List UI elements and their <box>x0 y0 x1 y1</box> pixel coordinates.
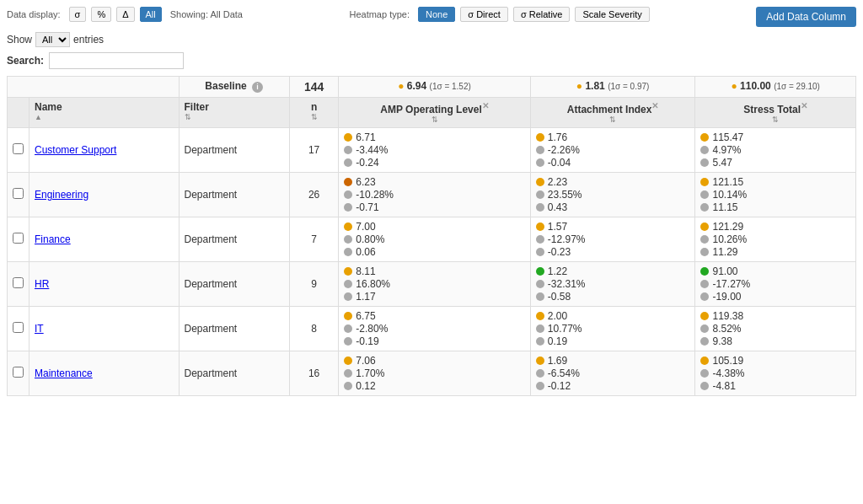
row-name-link[interactable]: IT <box>35 323 44 335</box>
metric-values: 121.15 10.14% 11.15 <box>700 176 850 213</box>
heatmap-section: Heatmap type: None σ Direct σ Relative S… <box>349 7 649 22</box>
show-label: Show <box>7 34 32 46</box>
heatmap-btn-none[interactable]: None <box>418 7 455 22</box>
n-sort-icon[interactable]: ⇅ <box>295 113 333 121</box>
metric-main-dot <box>344 312 352 320</box>
entries-select[interactable]: All 10 25 50 <box>35 32 70 47</box>
row-name-link[interactable]: Engineering <box>35 189 88 201</box>
display-btn-sigma[interactable]: σ <box>69 7 87 22</box>
row-name-link[interactable]: HR <box>35 278 49 290</box>
metric-pct-val: -32.31% <box>548 278 586 290</box>
filter-header-label: Filter <box>185 101 284 113</box>
stress-sort-icon[interactable]: ⇅ <box>700 115 850 124</box>
metric-main-row: 2.00 <box>536 310 690 322</box>
metric-cell: 1.69 -6.54% -0.12 <box>530 351 695 396</box>
metric-pct-dot <box>344 324 352 333</box>
metric-pct-dot <box>344 146 352 154</box>
attachment-col-header: Attachment Index✕ ⇅ <box>530 98 695 128</box>
metric-cell: 121.15 10.14% 11.15 <box>695 173 856 217</box>
metric-delta-dot <box>344 158 352 167</box>
data-table: Baseline i 144 ● 6.94 (1σ = 1.52) ● 1.81… <box>7 76 856 396</box>
row-filter-val: Department <box>185 233 238 245</box>
metric-pct-dot <box>344 280 352 288</box>
checkbox-col-header <box>8 98 29 128</box>
metric-delta-val: -0.58 <box>548 291 571 303</box>
stress-remove-icon[interactable]: ✕ <box>801 101 807 110</box>
metric-delta-dot <box>536 382 544 390</box>
row-name-link[interactable]: Customer Support <box>35 144 116 156</box>
amp-sort-icon[interactable]: ⇅ <box>344 115 524 124</box>
info-icon[interactable]: i <box>252 82 263 93</box>
metric-delta-val: 0.12 <box>356 380 375 392</box>
metric-cell: 115.47 4.97% 5.47 <box>695 128 856 173</box>
metric-pct-dot <box>700 369 709 378</box>
row-filter-val: Department <box>185 144 238 156</box>
metric-pct-row: 0.80% <box>344 233 524 245</box>
showing-label: Showing: All Data <box>170 9 243 19</box>
amp-remove-icon[interactable]: ✕ <box>482 101 489 110</box>
col2-summary: ● 1.81 (1σ = 0.97) <box>530 77 695 98</box>
metric-cell: 1.22 -32.31% -0.58 <box>530 262 695 307</box>
metric-delta-row: -0.04 <box>536 157 690 169</box>
row-n-val: 17 <box>308 144 319 156</box>
row-checkbox[interactable] <box>13 277 24 288</box>
metric-main-val: 6.23 <box>356 176 375 188</box>
row-checkbox[interactable] <box>13 367 24 378</box>
metric-pct-row: 23.55% <box>536 189 690 201</box>
display-btn-all[interactable]: All <box>140 7 162 22</box>
metric-pct-val: 23.55% <box>548 189 582 201</box>
metric-pct-row: 10.77% <box>536 323 690 335</box>
show-entries-row: Show All 10 25 50 entries <box>7 32 856 47</box>
metric-pct-val: 8.52% <box>712 323 741 335</box>
metric-delta-row: 11.29 <box>700 246 850 258</box>
row-filter-cell: Department <box>179 217 289 262</box>
row-filter-cell: Department <box>179 307 289 351</box>
heatmap-btn-relative[interactable]: σ Relative <box>513 7 571 22</box>
row-checkbox[interactable] <box>13 143 24 154</box>
metric-pct-dot <box>536 190 544 199</box>
metric-values: 2.23 23.55% 0.43 <box>536 176 690 213</box>
metric-cell: 6.23 -10.28% -0.71 <box>339 173 530 217</box>
metric-main-val: 1.69 <box>548 355 567 367</box>
metric-main-val: 91.00 <box>712 265 737 277</box>
row-name-link[interactable]: Finance <box>35 233 71 245</box>
attachment-remove-icon[interactable]: ✕ <box>651 101 658 110</box>
metric-main-row: 1.57 <box>536 221 690 233</box>
display-btn-delta[interactable]: Δ <box>116 7 134 22</box>
heatmap-btn-scale[interactable]: Scale Severity <box>575 7 649 22</box>
n-header-label: n <box>295 101 333 113</box>
metric-cell: 105.19 -4.38% -4.81 <box>695 351 856 396</box>
metric-delta-row: 0.43 <box>536 201 690 213</box>
metric-pct-dot <box>700 190 709 199</box>
row-checkbox[interactable] <box>13 233 24 244</box>
metric-main-row: 1.76 <box>536 131 690 143</box>
display-btn-percent[interactable]: % <box>91 7 111 22</box>
metric-pct-val: -2.80% <box>356 323 388 335</box>
row-checkbox[interactable] <box>13 188 24 199</box>
row-filter-cell: Department <box>179 351 289 396</box>
row-name-link[interactable]: Maintenance <box>35 367 93 379</box>
add-data-column-button[interactable]: Add Data Column <box>756 7 856 27</box>
metric-delta-val: 0.06 <box>356 246 375 258</box>
metric-main-val: 115.47 <box>712 131 743 143</box>
metric-delta-val: 0.19 <box>548 335 567 347</box>
name-sort-icon[interactable]: ▲ <box>35 113 174 121</box>
metric-main-row: 121.15 <box>700 176 850 188</box>
heatmap-btn-direct[interactable]: σ Direct <box>460 7 508 22</box>
metric-delta-row: 0.19 <box>536 335 690 347</box>
metric-pct-dot <box>700 235 709 244</box>
row-checkbox[interactable] <box>13 322 24 333</box>
metric-delta-dot <box>536 158 544 167</box>
metric-delta-val: -0.23 <box>548 246 571 258</box>
metric-values: 6.71 -3.44% -0.24 <box>344 131 524 169</box>
filter-sort-icon[interactable]: ⇅ <box>185 113 284 121</box>
attachment-sort-icon[interactable]: ⇅ <box>536 115 690 124</box>
metric-main-val: 7.00 <box>356 221 375 233</box>
search-input[interactable] <box>49 52 184 69</box>
row-checkbox-cell <box>8 351 29 396</box>
n-col-header: n ⇅ <box>289 98 338 128</box>
metric-main-row: 7.06 <box>344 355 524 367</box>
metric-delta-row: 0.12 <box>344 380 524 392</box>
metric-pct-val: -3.44% <box>356 144 388 156</box>
metric-pct-row: 16.80% <box>344 278 524 290</box>
